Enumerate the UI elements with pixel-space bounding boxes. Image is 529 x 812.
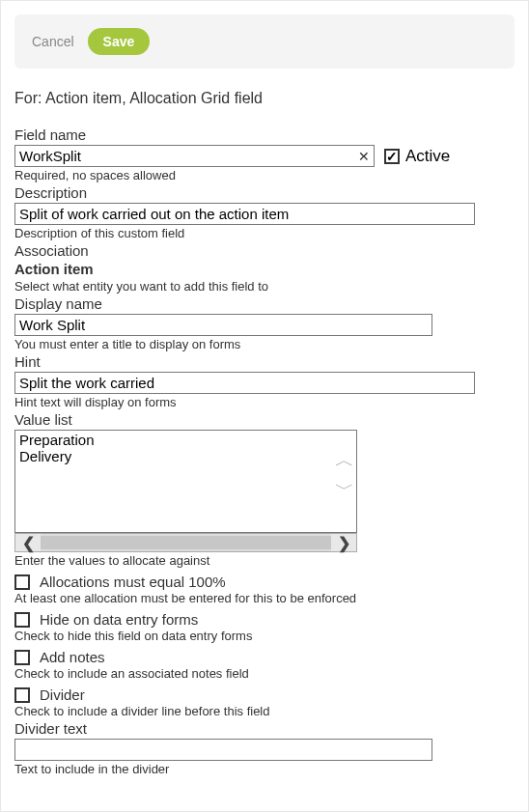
hint-input[interactable]	[14, 372, 475, 394]
scroll-track[interactable]	[41, 536, 331, 549]
h-scrollbar[interactable]: ❮ ❯	[14, 533, 357, 552]
clear-icon[interactable]: ✕	[358, 149, 370, 164]
valuelist-box[interactable]: Preparation Delivery ︿ ﹀	[14, 430, 357, 533]
dividertext-label: Divider text	[14, 720, 515, 737]
fieldname-helper: Required, no spaces allowed	[14, 168, 515, 182]
hint-helper: Hint text will display on forms	[14, 395, 515, 409]
description-input[interactable]	[14, 203, 475, 225]
association-value: Action item	[14, 261, 515, 277]
divider-helper: Check to include a divider line before t…	[14, 704, 515, 718]
context-line: For: Action item, Allocation Grid field	[14, 90, 515, 107]
scroll-right-icon[interactable]: ❯	[331, 534, 356, 551]
hint-label: Hint	[14, 353, 515, 370]
save-button[interactable]: Save	[88, 28, 151, 55]
divider-label: Divider	[40, 686, 85, 703]
active-checkbox[interactable]: ✓	[384, 149, 400, 164]
displayname-helper: You must enter a title to display on for…	[14, 337, 515, 351]
hide-label: Hide on data entry forms	[40, 611, 198, 628]
hide-checkbox[interactable]	[14, 612, 30, 628]
valuelist-helper: Enter the values to allocate against	[14, 553, 515, 568]
chevron-up-icon[interactable]: ︿	[335, 450, 354, 469]
divider-checkbox[interactable]	[14, 687, 30, 703]
dividertext-helper: Text to include in the divider	[14, 762, 515, 776]
notes-checkbox[interactable]	[14, 650, 30, 665]
association-helper: Select what entity you want to add this …	[14, 279, 515, 294]
active-label: Active	[405, 147, 450, 166]
displayname-label: Display name	[14, 295, 515, 312]
hide-helper: Check to hide this field on data entry f…	[14, 629, 515, 643]
alloc100-checkbox[interactable]	[14, 574, 30, 590]
fieldname-input[interactable]	[14, 145, 375, 167]
dividertext-input[interactable]	[14, 739, 432, 761]
alloc100-helper: At least one allocation must be entered …	[14, 591, 515, 605]
description-label: Description	[14, 184, 515, 201]
cancel-button[interactable]: Cancel	[32, 34, 74, 49]
header-bar: Cancel Save	[14, 14, 515, 69]
fieldname-label: Field name	[14, 126, 515, 143]
v-scrollbar[interactable]: ︿ ﹀	[335, 450, 354, 498]
alloc100-label: Allocations must equal 100%	[40, 574, 226, 590]
scroll-left-icon[interactable]: ❮	[15, 534, 41, 551]
displayname-input[interactable]	[14, 314, 432, 336]
valuelist-label: Value list	[14, 411, 515, 428]
description-helper: Description of this custom field	[14, 226, 515, 240]
association-label: Association	[14, 242, 515, 259]
notes-label: Add notes	[40, 649, 105, 665]
valuelist-content[interactable]: Preparation Delivery	[15, 431, 356, 465]
chevron-down-icon[interactable]: ﹀	[335, 479, 354, 498]
notes-helper: Check to include an associated notes fie…	[14, 666, 515, 681]
